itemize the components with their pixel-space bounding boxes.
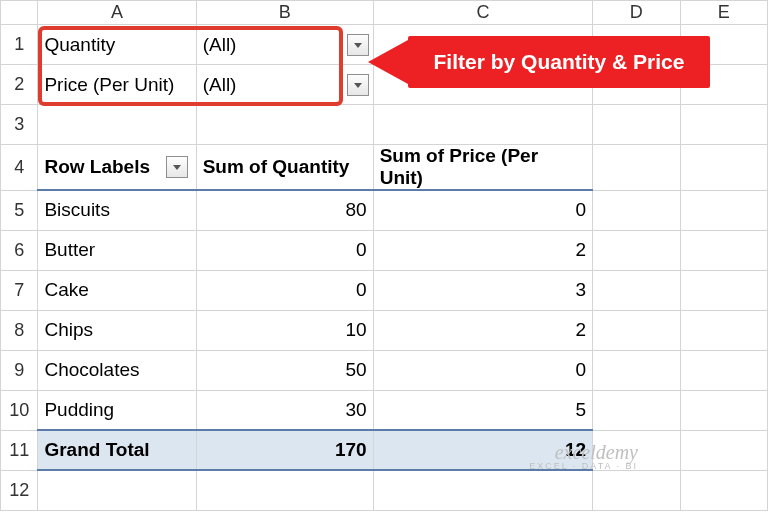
table-row[interactable]: 50 — [196, 350, 373, 390]
table-row[interactable]: 0 — [196, 270, 373, 310]
filter-label-price[interactable]: Price (Per Unit) — [38, 65, 196, 105]
pivot-sumprice-header[interactable]: Sum of Price (Per Unit) — [373, 145, 592, 191]
row-header-1[interactable]: 1 — [1, 25, 38, 65]
cell[interactable] — [680, 470, 767, 510]
cell[interactable] — [196, 105, 373, 145]
grand-total-label[interactable]: Grand Total — [38, 430, 196, 470]
cell[interactable] — [593, 190, 680, 230]
cell[interactable] — [593, 350, 680, 390]
svg-marker-1 — [354, 83, 362, 88]
row-header-12[interactable]: 12 — [1, 470, 38, 510]
cell[interactable] — [593, 390, 680, 430]
row-header-11[interactable]: 11 — [1, 430, 38, 470]
table-row[interactable]: 0 — [373, 350, 592, 390]
row-header-4[interactable]: 4 — [1, 145, 38, 191]
table-row[interactable]: 0 — [196, 230, 373, 270]
col-header-c[interactable]: C — [373, 1, 592, 25]
grand-total-qty[interactable]: 170 — [196, 430, 373, 470]
table-row[interactable]: 5 — [373, 390, 592, 430]
col-header-b[interactable]: B — [196, 1, 373, 25]
table-row[interactable]: 3 — [373, 270, 592, 310]
dropdown-icon[interactable] — [347, 34, 369, 56]
svg-marker-2 — [173, 165, 181, 170]
table-row[interactable]: 0 — [373, 190, 592, 230]
cell[interactable] — [593, 145, 680, 191]
table-row[interactable]: Butter — [38, 230, 196, 270]
row-header-7[interactable]: 7 — [1, 270, 38, 310]
row-header-8[interactable]: 8 — [1, 310, 38, 350]
cell[interactable] — [680, 105, 767, 145]
cell[interactable] — [680, 390, 767, 430]
svg-marker-0 — [354, 43, 362, 48]
cell[interactable] — [680, 230, 767, 270]
cell[interactable] — [593, 430, 680, 470]
table-row[interactable]: 80 — [196, 190, 373, 230]
table-row[interactable]: Chocolates — [38, 350, 196, 390]
row-header-6[interactable]: 6 — [1, 230, 38, 270]
pivot-row-labels-header[interactable]: Row Labels — [38, 145, 196, 191]
cell[interactable] — [680, 310, 767, 350]
cell[interactable] — [38, 470, 196, 510]
pivot-sumqty-header[interactable]: Sum of Quantity — [196, 145, 373, 191]
cell[interactable] — [593, 105, 680, 145]
cell[interactable] — [196, 470, 373, 510]
table-row[interactable]: 2 — [373, 230, 592, 270]
table-row[interactable]: Pudding — [38, 390, 196, 430]
select-all-corner[interactable] — [1, 1, 38, 25]
cell[interactable] — [680, 430, 767, 470]
cell[interactable] — [680, 270, 767, 310]
row-header-5[interactable]: 5 — [1, 190, 38, 230]
row-header-3[interactable]: 3 — [1, 105, 38, 145]
col-header-d[interactable]: D — [593, 1, 680, 25]
cell[interactable] — [680, 145, 767, 191]
cell[interactable] — [680, 190, 767, 230]
filter-value-text: (All) — [203, 34, 237, 56]
table-row[interactable]: 30 — [196, 390, 373, 430]
filter-value-quantity[interactable]: (All) — [196, 25, 373, 65]
filter-value-text: (All) — [203, 74, 237, 96]
dropdown-icon[interactable] — [166, 156, 188, 178]
filter-label-quantity[interactable]: Quantity — [38, 25, 196, 65]
col-header-a[interactable]: A — [38, 1, 196, 25]
cell[interactable] — [593, 230, 680, 270]
cell[interactable] — [593, 310, 680, 350]
col-header-e[interactable]: E — [680, 1, 767, 25]
cell[interactable] — [593, 470, 680, 510]
row-header-10[interactable]: 10 — [1, 390, 38, 430]
table-row[interactable]: Biscuits — [38, 190, 196, 230]
callout-annotation: Filter by Quantity & Price — [408, 36, 710, 88]
dropdown-icon[interactable] — [347, 74, 369, 96]
row-header-9[interactable]: 9 — [1, 350, 38, 390]
row-header-2[interactable]: 2 — [1, 65, 38, 105]
table-row[interactable]: Cake — [38, 270, 196, 310]
cell[interactable] — [373, 105, 592, 145]
header-text: Row Labels — [44, 156, 150, 178]
callout-text: Filter by Quantity & Price — [434, 50, 685, 74]
grand-total-price[interactable]: 12 — [373, 430, 592, 470]
cell[interactable] — [593, 270, 680, 310]
cell[interactable] — [373, 470, 592, 510]
table-row[interactable]: 2 — [373, 310, 592, 350]
cell[interactable] — [680, 350, 767, 390]
table-row[interactable]: Chips — [38, 310, 196, 350]
cell[interactable] — [38, 105, 196, 145]
table-row[interactable]: 10 — [196, 310, 373, 350]
filter-value-price[interactable]: (All) — [196, 65, 373, 105]
